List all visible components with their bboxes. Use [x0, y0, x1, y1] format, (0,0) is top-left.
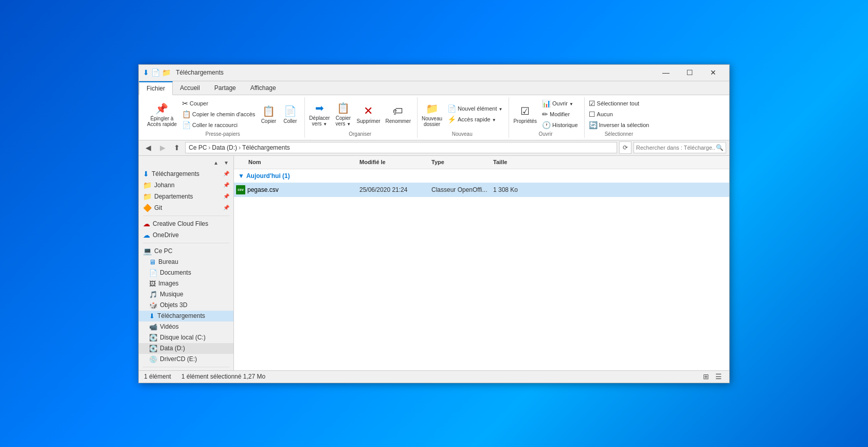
sidebar-label: Bureau: [158, 258, 178, 265]
sidebar-label: Creative Cloud Files: [153, 220, 208, 227]
sidebar-scroll-down[interactable]: ▼: [221, 159, 231, 167]
sidebar-item-git[interactable]: 🔶 Git 📌: [139, 202, 233, 213]
sidebar-item-objets3d[interactable]: 🎲 Objets 3D: [139, 300, 233, 311]
selectionner-tout-button[interactable]: ☑ Sélectionner tout: [587, 98, 652, 109]
back-button[interactable]: ◀: [142, 141, 154, 154]
sidebar-label: Data (D:): [160, 345, 185, 352]
sidebar-label: Téléchargements: [157, 312, 205, 319]
search-input[interactable]: [636, 145, 716, 151]
maximize-button[interactable]: ☐: [678, 64, 701, 81]
refresh-button[interactable]: ⟳: [619, 141, 631, 154]
file-size-cell: 1 308 Ko: [493, 186, 539, 193]
ribbon-group-nouveau: 📁 Nouveaudossier 📄 Nouvel élément ▼ ⚡ Ac…: [418, 97, 509, 138]
minimize-button[interactable]: —: [654, 64, 678, 81]
acces-rapide-icon: ⚡: [447, 115, 456, 123]
historique-button[interactable]: 🕐 Historique: [540, 120, 580, 130]
modifier-button[interactable]: ✏ Modifier: [540, 109, 580, 119]
window-icon-down: ⬇: [143, 68, 149, 77]
nouveau-dossier-icon: 📁: [426, 101, 439, 116]
coller-main-icon: 📄: [284, 104, 297, 118]
tab-accueil[interactable]: Accueil: [173, 81, 207, 95]
epingler-button[interactable]: 📌 Épingler àAccès rapide: [145, 100, 179, 128]
col-header-type[interactable]: Type: [431, 159, 493, 165]
pin-icon: 📌: [223, 182, 229, 188]
deplacer-button[interactable]: ➡ Déplacervers ▼: [307, 100, 332, 128]
file-list-header: Nom Modifié le Type Taille: [234, 156, 729, 169]
sidebar-item-documents[interactable]: 📄 Documents: [139, 267, 233, 278]
ribbon-content: 📌 Épingler àAccès rapide ✂ Couper 📋 Copi…: [139, 95, 729, 140]
sidebar-item-videos[interactable]: 📹 Vidéos: [139, 321, 233, 332]
tab-partage[interactable]: Partage: [207, 81, 243, 95]
group-label-presse: Presse-papiers: [206, 131, 240, 137]
sidebar-item-onedrive[interactable]: ☁ OneDrive: [139, 229, 233, 241]
copier-coller-col: ✂ Couper 📋 Copier le chemin d'accès 📄 Co…: [180, 98, 258, 130]
title-bar-icons: ⬇ 📄 📁: [143, 68, 171, 77]
file-row-pegase[interactable]: csv pegase.csv 25/06/2020 21:24 Classeur…: [234, 183, 729, 197]
copier-vers-button[interactable]: 📋 Copiervers ▼: [333, 100, 353, 128]
copier-chemin-button[interactable]: 📋 Copier le chemin d'accès: [180, 109, 258, 119]
aucun-button[interactable]: ☐ Aucun: [587, 109, 652, 119]
group-label-selectionner: Sélectionner: [605, 131, 634, 137]
col-header-name[interactable]: Nom: [236, 159, 359, 165]
crumb-ce-pc[interactable]: Ce PC: [189, 144, 207, 151]
view-list-button[interactable]: ☰: [713, 371, 724, 382]
sidebar-item-images[interactable]: 🖼 Images: [139, 278, 233, 289]
group-header-aujourdhui[interactable]: ▼ Aujourd'hui (1): [234, 169, 729, 183]
bureau-icon: 🖥: [149, 258, 156, 266]
epingler-icon: 📌: [155, 101, 168, 116]
sidebar-item-ce-pc[interactable]: 💻 Ce PC: [139, 245, 233, 257]
sidebar-item-disque-c[interactable]: 💽 Disque local (C:): [139, 332, 233, 343]
sidebar-label: OneDrive: [153, 231, 179, 239]
file-list: Nom Modifié le Type Taille ▼ Aujourd'hui…: [234, 156, 729, 370]
sidebar-item-creative-cloud[interactable]: ☁ Creative Cloud Files: [139, 218, 233, 229]
coller-raccourci-button[interactable]: 📄 Coller le raccourci: [180, 120, 258, 130]
renommer-button[interactable]: 🏷 Renommer: [384, 103, 413, 125]
ouvrir-button[interactable]: 📊 Ouvrir ▼: [540, 98, 580, 109]
sidebar-scroll-up[interactable]: ▲: [211, 159, 221, 167]
sidebar-item-bureau[interactable]: 🖥 Bureau: [139, 257, 233, 267]
tab-affichage[interactable]: Affichage: [243, 81, 283, 95]
nouvel-element-col: 📄 Nouvel élément ▼ ⚡ Accès rapide ▼: [445, 103, 504, 124]
sidebar-item-departements[interactable]: 📁 Departements 📌: [139, 191, 233, 202]
inverser-selection-button[interactable]: 🔄 Inverser la sélection: [587, 120, 652, 130]
git-icon: 🔶: [143, 204, 152, 212]
view-icons-button[interactable]: ⊞: [700, 371, 712, 382]
pin-icon: 📌: [223, 193, 229, 199]
sidebar-label: Téléchargements: [152, 170, 200, 177]
sidebar-item-johann[interactable]: 📁 Johann 📌: [139, 180, 233, 191]
col-header-size[interactable]: Taille: [493, 159, 539, 165]
copier-button[interactable]: 📋 Copier: [258, 103, 279, 125]
window-title: Téléchargements: [176, 69, 651, 76]
group-buttons-organiser: ➡ Déplacervers ▼ 📋 Copiervers ▼ ✕ Suppri…: [307, 98, 413, 130]
group-label-organiser: Organiser: [349, 131, 371, 137]
acces-rapide-button[interactable]: ⚡ Accès rapide ▼: [445, 114, 504, 124]
nouvel-element-button[interactable]: 📄 Nouvel élément ▼: [445, 103, 504, 114]
title-bar-controls: — ☐ ✕: [654, 64, 725, 81]
coller-button[interactable]: 📄 Coller: [280, 103, 300, 125]
crumb-telechargements[interactable]: Téléchargements: [242, 144, 290, 151]
sidebar-label: Images: [158, 280, 178, 287]
inverser-icon: 🔄: [589, 121, 598, 129]
copier-vers-icon: 📋: [337, 101, 350, 115]
sidebar-label: Johann: [154, 182, 174, 189]
close-button[interactable]: ✕: [701, 64, 725, 81]
proprietes-button[interactable]: ☑ Propriétés: [511, 103, 539, 125]
sidebar-item-musique[interactable]: 🎵 Musique: [139, 289, 233, 300]
sidebar-label: Vidéos: [160, 323, 178, 330]
supprimer-button[interactable]: ✕ Supprimer: [354, 103, 382, 125]
sidebar-item-drivercd[interactable]: 💿 DriverCD (E:): [139, 354, 233, 365]
col-header-date[interactable]: Modifié le: [359, 159, 431, 165]
tab-fichier[interactable]: Fichier: [139, 81, 173, 95]
address-path[interactable]: Ce PC › Data (D:) › Téléchargements: [185, 142, 617, 153]
sidebar-item-data-d[interactable]: 💽 Data (D:): [139, 343, 233, 354]
nouveau-dossier-button[interactable]: 📁 Nouveaudossier: [420, 100, 444, 128]
sidebar-label: Git: [154, 204, 162, 211]
sidebar-item-telechargements-sub[interactable]: ⬇ Téléchargements: [139, 311, 233, 321]
musique-icon: 🎵: [149, 291, 157, 298]
up-button[interactable]: ⬆: [171, 141, 183, 154]
couper-icon: ✂: [182, 99, 188, 108]
couper-button[interactable]: ✂ Couper: [180, 98, 258, 109]
forward-button[interactable]: ▶: [156, 141, 169, 154]
sidebar-item-telechargements-pin[interactable]: ⬇ Téléchargements 📌: [139, 168, 233, 180]
crumb-data[interactable]: Data (D:): [212, 144, 237, 151]
